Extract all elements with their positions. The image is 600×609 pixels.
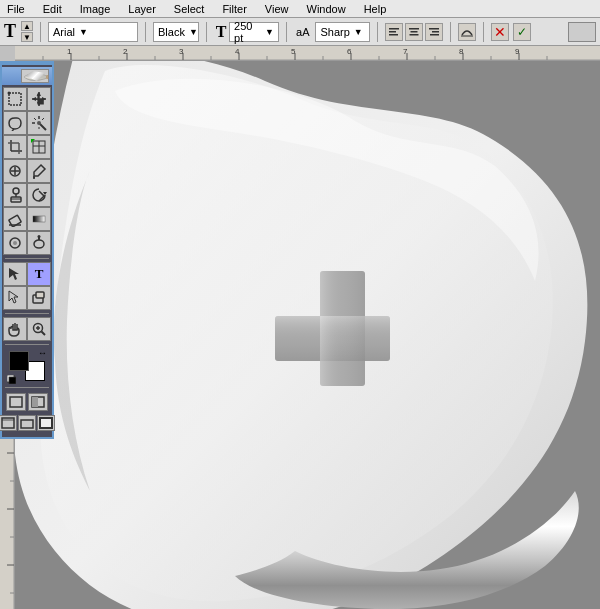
blur-tool[interactable] <box>3 231 27 255</box>
align-left-button[interactable] <box>385 23 403 41</box>
svg-rect-115 <box>36 292 44 298</box>
separator-5 <box>377 22 378 42</box>
svg-text:9: 9 <box>515 47 520 56</box>
magic-wand-tool[interactable] <box>27 111 51 135</box>
standard-screen-button[interactable] <box>0 415 17 431</box>
svg-text:8: 8 <box>459 47 464 56</box>
menu-edit[interactable]: Edit <box>40 3 65 15</box>
align-center-button[interactable] <box>405 23 423 41</box>
horizontal-ruler: 1 2 3 4 5 6 7 8 9 <box>15 46 600 61</box>
svg-marker-112 <box>9 268 19 280</box>
move-tool[interactable] <box>27 87 51 111</box>
direct-selection-tool[interactable] <box>3 286 27 310</box>
alignment-group <box>385 23 443 41</box>
svg-rect-106 <box>33 216 45 222</box>
font-size-dropdown[interactable]: 250 pt ▼ <box>229 22 279 42</box>
text-tool-indicator: T <box>4 21 16 42</box>
healing-brush-tool[interactable] <box>3 159 27 183</box>
standard-mode-button[interactable] <box>6 393 26 411</box>
svg-rect-9 <box>461 35 473 37</box>
chevron-down-icon: ▼ <box>79 27 88 37</box>
svg-rect-121 <box>9 377 16 384</box>
menu-image[interactable]: Image <box>77 3 114 15</box>
menu-file[interactable]: File <box>4 3 28 15</box>
svg-text:7: 7 <box>403 47 408 56</box>
svg-point-85 <box>37 121 41 125</box>
tool-row-1 <box>2 87 52 111</box>
tool-row-4 <box>2 159 52 183</box>
hand-tool[interactable] <box>3 317 27 341</box>
svg-point-108 <box>13 241 17 245</box>
svg-line-83 <box>34 118 36 120</box>
tool-row-8: T <box>2 262 52 286</box>
toolbox-brush-icon <box>21 69 49 83</box>
slice-tool[interactable] <box>27 135 51 159</box>
toolbox-divider-3 <box>5 344 49 345</box>
svg-rect-125 <box>2 418 14 428</box>
type-tool[interactable]: T <box>27 262 51 286</box>
svg-rect-0 <box>389 28 399 30</box>
svg-point-98 <box>33 177 35 179</box>
menu-help[interactable]: Help <box>361 3 390 15</box>
cancel-text-button[interactable]: ✕ <box>491 23 509 41</box>
svg-line-117 <box>42 332 46 336</box>
swap-colors-button[interactable]: ↔ <box>38 349 47 358</box>
gradient-tool[interactable] <box>27 207 51 231</box>
toolbox-divider-1 <box>5 258 49 259</box>
lasso-tool[interactable] <box>3 111 27 135</box>
toolbox-divider-2 <box>5 313 49 314</box>
svg-text:3: 3 <box>179 47 184 56</box>
maximized-screen-button[interactable] <box>18 415 36 431</box>
svg-rect-127 <box>21 420 33 428</box>
svg-text:4: 4 <box>235 47 240 56</box>
tool-toggle-down[interactable]: ▼ <box>21 32 33 42</box>
tool-row-5 <box>2 183 52 207</box>
eraser-tool[interactable] <box>3 207 27 231</box>
menu-bar: File Edit Image Layer Select Filter View… <box>0 0 600 18</box>
svg-rect-6 <box>429 28 439 30</box>
quick-mask-button[interactable] <box>28 393 48 411</box>
svg-rect-3 <box>409 28 419 30</box>
toolbox-panel: T <box>0 61 54 439</box>
menu-filter[interactable]: Filter <box>219 3 249 15</box>
anti-alias-dropdown[interactable]: Sharp ▼ <box>315 22 370 42</box>
toolbox-divider-4 <box>5 387 49 388</box>
warp-text-button[interactable] <box>458 23 476 41</box>
shape-tool[interactable] <box>27 286 51 310</box>
menu-view[interactable]: View <box>262 3 292 15</box>
svg-rect-7 <box>432 31 439 33</box>
svg-point-111 <box>38 235 41 238</box>
svg-rect-8 <box>430 34 439 36</box>
svg-rect-124 <box>32 397 38 407</box>
brush-tool[interactable] <box>27 159 51 183</box>
path-selection-tool[interactable] <box>3 262 27 286</box>
fullscreen-button[interactable] <box>37 415 55 431</box>
canvas-area[interactable] <box>15 61 600 609</box>
separator-1 <box>40 22 41 42</box>
quick-mask-row <box>6 393 48 411</box>
zoom-tool[interactable] <box>27 317 51 341</box>
align-right-button[interactable] <box>425 23 443 41</box>
svg-marker-113 <box>9 291 18 303</box>
tool-toggle-up[interactable]: ▲ <box>21 21 33 31</box>
foreground-color-swatch[interactable] <box>9 351 29 371</box>
svg-rect-69 <box>9 93 21 105</box>
crop-tool[interactable] <box>3 135 27 159</box>
font-family-dropdown[interactable]: Arial ▼ <box>48 22 138 42</box>
separator-7 <box>483 22 484 42</box>
font-size-group: T 250 pt ▼ <box>214 22 279 42</box>
marquee-tool[interactable] <box>3 87 27 111</box>
menu-layer[interactable]: Layer <box>125 3 159 15</box>
reset-colors-button[interactable] <box>7 374 16 383</box>
menu-window[interactable]: Window <box>304 3 349 15</box>
svg-point-109 <box>34 240 44 248</box>
clone-stamp-tool[interactable] <box>3 183 27 207</box>
menu-select[interactable]: Select <box>171 3 208 15</box>
history-brush-tool[interactable] <box>27 183 51 207</box>
font-style-dropdown[interactable]: Black ▼ <box>153 22 199 42</box>
chevron-down-icon-4: ▼ <box>354 27 363 37</box>
dodge-tool[interactable] <box>27 231 51 255</box>
separator-4 <box>286 22 287 42</box>
commit-text-button[interactable]: ✓ <box>513 23 531 41</box>
separator-2 <box>145 22 146 42</box>
